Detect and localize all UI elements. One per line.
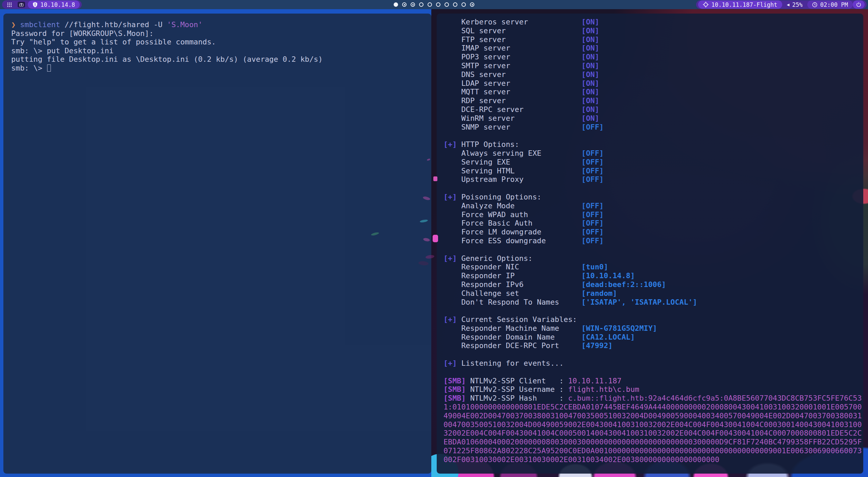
terminal-window-responder[interactable]: Kerberos server [ON] SQL server [ON] FTP… <box>437 14 863 474</box>
terminal-line: ❯ smbclient //flight.htb/shared -U 'S.Mo… <box>11 20 428 29</box>
app-launcher-button[interactable] <box>4 0 15 9</box>
terminal-line: SMTP server [ON] <box>443 61 862 70</box>
workspace-dot[interactable] <box>445 2 449 7</box>
terminal-line: Serving EXE [OFF] <box>443 158 862 167</box>
local-ip-indicator[interactable]: 10.10.14.8 <box>28 0 80 9</box>
terminal-line: WinRM server [ON] <box>443 114 862 123</box>
terminal-window-smbclient[interactable]: ❯ smbclient //flight.htb/shared -U 'S.Mo… <box>3 14 431 474</box>
crosshair-icon <box>703 2 709 7</box>
shield-icon <box>33 2 38 7</box>
workspace-dot[interactable] <box>470 2 474 7</box>
local-ip-label: 10.10.14.8 <box>40 1 75 8</box>
terminal-line: Serving HTML [OFF] <box>443 167 862 175</box>
terminal-output-smbclient: ❯ smbclient //flight.htb/shared -U 'S.Mo… <box>11 20 428 72</box>
terminal-line: Always serving EXE [OFF] <box>443 149 862 158</box>
workspace-dot[interactable] <box>461 2 466 7</box>
terminal-line: Analyze Mode [OFF] <box>443 202 862 210</box>
power-button[interactable] <box>853 0 865 9</box>
terminal-line: MQTT server [ON] <box>443 88 862 96</box>
terminal-line: DNS server [ON] <box>443 70 862 79</box>
terminal-line: Responder Domain Name [CA12.LOCAL] <box>443 333 862 342</box>
terminal-line: FTP server [ON] <box>443 35 862 44</box>
terminal-line <box>443 368 862 377</box>
terminal-line: smb: \> <box>11 64 428 73</box>
terminal-line: Responder DCE-RPC Port [47992] <box>443 341 862 350</box>
workspace-dot[interactable] <box>453 2 457 7</box>
terminal-line: LDAP server [ON] <box>443 79 862 88</box>
terminal-line: Force Basic Auth [OFF] <box>443 219 862 228</box>
volume-label: 25% <box>792 1 803 8</box>
terminal-line: [SMB] NTLMv2-SSP Client : 10.10.11.187 <box>443 377 862 385</box>
terminal-line: [+] Poisoning Options: <box>443 193 862 202</box>
terminal-line: Force ESS downgrade [OFF] <box>443 236 862 245</box>
topbar-left-cluster: 10.10.14.8 <box>2 0 82 9</box>
terminal-line: [+] HTTP Options: <box>443 140 862 149</box>
camera-app-icon <box>18 2 25 7</box>
clock-indicator[interactable]: 02:00 PM <box>807 0 853 9</box>
terminal-line: POP3 server [ON] <box>443 53 862 61</box>
terminal-line: Responder IPv6 [dead:beef:2::1006] <box>443 280 862 289</box>
topbar-right-cluster: 10.10.11.187-Flight ◀ 25% 02:00 PM <box>696 0 867 9</box>
terminal-line <box>443 131 862 140</box>
target-host-label: 10.10.11.187-Flight <box>711 1 777 8</box>
terminal-line <box>443 350 862 359</box>
terminal-line: [SMB] NTLMv2-SSP Hash : c.bum::flight.ht… <box>443 394 862 464</box>
terminal-line: smb: \> put Desktop.ini <box>11 46 428 55</box>
terminal-line: Don't Respond To Names ['ISATAP', 'ISATA… <box>443 298 862 307</box>
workspace-dot[interactable] <box>419 2 423 7</box>
power-icon <box>856 2 861 7</box>
terminal-line: Responder NIC [tun0] <box>443 263 862 271</box>
apps-grid-icon <box>7 2 12 7</box>
workspace-dot[interactable] <box>394 2 398 7</box>
terminal-line: SQL server [ON] <box>443 26 862 35</box>
terminal-line: Responder Machine Name [WIN-G781G5Q2MIY] <box>443 324 862 333</box>
terminal-line: Password for [WORKGROUP\S.Moon]: <box>11 29 428 38</box>
volume-indicator[interactable]: ◀ 25% <box>782 0 808 9</box>
terminal-line: [+] Listening for events... <box>443 359 862 368</box>
terminal-line: Challenge set [random] <box>443 289 862 298</box>
target-host-indicator[interactable]: 10.10.11.187-Flight <box>698 0 782 9</box>
terminal-line: Kerberos server [ON] <box>443 18 862 26</box>
terminal-line <box>443 306 862 315</box>
clock-label: 02:00 PM <box>820 1 848 8</box>
terminal-cursor <box>47 64 51 72</box>
workspace-indicators <box>392 0 476 9</box>
terminal-line <box>443 245 862 254</box>
terminal-line: RDP server [ON] <box>443 96 862 105</box>
clock-icon <box>812 2 817 7</box>
top-status-bar: 10.10.14.8 10.10.11.187-Flight ◀ 25% <box>0 0 868 9</box>
terminal-line: DCE-RPC server [ON] <box>443 105 862 114</box>
terminal-line: Force WPAD auth [OFF] <box>443 210 862 219</box>
terminal-line: [SMB] NTLMv2-SSP Username : flight.htb\c… <box>443 385 862 394</box>
terminal-line: SNMP server [OFF] <box>443 123 862 132</box>
speaker-icon: ◀ <box>787 2 790 7</box>
terminal-line: [+] Generic Options: <box>443 254 862 263</box>
terminal-line: Force LM downgrade [OFF] <box>443 228 862 236</box>
workspace-dot[interactable] <box>428 2 432 7</box>
screenshot-app-button[interactable] <box>15 0 28 9</box>
workspace-dot[interactable] <box>436 2 440 7</box>
terminal-line: Upstream Proxy [OFF] <box>443 175 862 184</box>
terminal-output-responder: Kerberos server [ON] SQL server [ON] FTP… <box>443 18 862 464</box>
terminal-line: Try "help" to get a list of possible com… <box>11 38 428 46</box>
terminal-line: putting file Desktop.ini as \Desktop.ini… <box>11 55 428 64</box>
workspace-dot[interactable] <box>402 2 407 7</box>
terminal-line: Responder IP [10.10.14.8] <box>443 271 862 280</box>
workspace-dot[interactable] <box>411 2 415 7</box>
terminal-line <box>443 184 862 193</box>
terminal-line: IMAP server [ON] <box>443 44 862 53</box>
terminal-line: [+] Current Session Variables: <box>443 315 862 324</box>
